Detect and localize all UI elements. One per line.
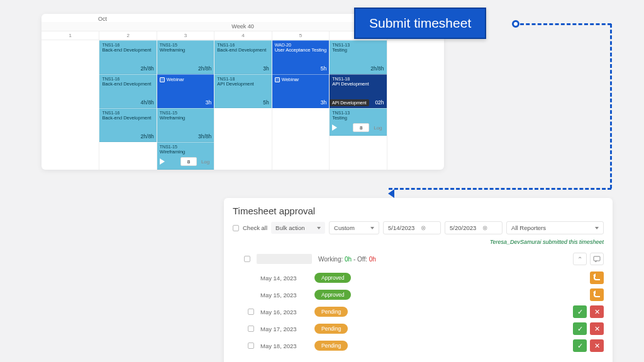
- check-all-label[interactable]: Check all: [243, 224, 267, 231]
- task-title: Wireframing: [160, 150, 211, 155]
- arrow-segment: [610, 24, 612, 189]
- task-hours: 3h: [321, 99, 326, 106]
- task-card[interactable]: TNS1-13TestingLog: [330, 108, 386, 136]
- play-icon[interactable]: [332, 122, 337, 133]
- log-hours-input[interactable]: [180, 157, 197, 166]
- log-button[interactable]: Log: [372, 125, 384, 131]
- task-title: Back-end Development: [217, 48, 269, 53]
- task-card[interactable]: TNS1-16Back-end Development4h/8h: [99, 74, 156, 108]
- task-card[interactable]: Webinar3h: [272, 74, 329, 108]
- row-actions: [590, 272, 604, 284]
- approval-day-row: May 16, 2023Pending✓✕: [248, 305, 604, 318]
- clear-icon[interactable]: ⊗: [482, 224, 487, 231]
- approve-button[interactable]: ✓: [573, 339, 587, 352]
- chevron-down-icon: [370, 227, 374, 229]
- off-label: - Off:: [353, 256, 369, 263]
- task-card[interactable]: TNS1-16Back-end Development3h: [214, 40, 271, 74]
- approval-card: Timesheet approval Check all Bulk action…: [224, 198, 613, 362]
- row-checkbox[interactable]: [248, 309, 254, 315]
- undo-button[interactable]: [590, 272, 604, 284]
- log-hours-input[interactable]: [353, 123, 369, 132]
- comment-button[interactable]: [590, 253, 604, 265]
- task-title: User Acceptance Testing: [275, 48, 326, 53]
- task-hours: 4h/8h: [141, 99, 154, 106]
- task-card[interactable]: TNS1-15Wireframing2h/8h: [157, 40, 214, 74]
- status-pill: Approved: [314, 290, 351, 300]
- row-actions: ✓✕: [573, 305, 604, 318]
- task-key: TNS1-18: [217, 77, 269, 81]
- play-icon[interactable]: [160, 156, 165, 167]
- working-label: Working:: [318, 256, 343, 263]
- task-key: TNS1-13: [332, 43, 384, 47]
- status-pill: Pending: [314, 341, 348, 351]
- row-date: May 15, 2023: [260, 292, 308, 299]
- task-card[interactable]: TNS1-15WireframingLog: [157, 142, 214, 170]
- task-card[interactable]: TNS1-15Wireframing3h/8h: [157, 108, 214, 142]
- task-title: Back-end Development: [102, 48, 153, 53]
- comment-icon: [593, 256, 601, 263]
- submitted-message: Teresa_DevSamurai submitted this timeshe…: [233, 239, 604, 245]
- calendar-icon: [160, 77, 165, 82]
- chevron-down-icon: [595, 227, 599, 229]
- task-title: Back-end Development: [102, 82, 153, 87]
- task-title: Webinar: [275, 77, 326, 83]
- summary-checkbox[interactable]: [244, 256, 250, 262]
- task-card[interactable]: TNS1-16Back-end Development2h/8h: [99, 40, 156, 74]
- task-title: Testing: [332, 116, 384, 121]
- row-date: May 16, 2023: [260, 309, 308, 315]
- date-from-input[interactable]: 5/14/2023⊗: [383, 221, 441, 234]
- reporter-select[interactable]: All Reporters: [506, 221, 604, 234]
- task-card[interactable]: Webinar3h: [157, 74, 214, 108]
- task-key: TNS1-16: [102, 111, 153, 115]
- approval-day-row: May 17, 2023Pending✓✕: [248, 322, 604, 335]
- approve-button[interactable]: ✓: [573, 305, 587, 318]
- task-hours: 2h/8h: [141, 133, 154, 140]
- task-title: Webinar: [160, 77, 211, 83]
- check-all-checkbox[interactable]: [233, 225, 239, 231]
- day-header: 4: [214, 31, 271, 40]
- task-hours: 5h: [263, 99, 269, 106]
- task-card[interactable]: TNS1-18API Development02hAPI Development: [330, 74, 386, 108]
- calendar-column: WAD-20User Acceptance Testing5hWebinar3h: [272, 40, 329, 170]
- chevron-down-icon: [317, 227, 321, 229]
- task-key: TNS1-18: [332, 77, 384, 81]
- row-actions: [590, 288, 604, 301]
- task-hours: 2h/8h: [198, 65, 211, 72]
- calendar-body: TNS1-16Back-end Development2h/8hTNS1-16B…: [42, 40, 444, 170]
- arrow-head-icon: [388, 189, 394, 198]
- summary-row: Working: 0h - Off: 0h ⌃: [233, 249, 604, 272]
- submit-timesheet-banner[interactable]: Submit timesheet: [354, 8, 486, 39]
- log-button[interactable]: Log: [199, 159, 211, 165]
- task-key: TNS1-16: [217, 43, 269, 47]
- approve-button[interactable]: ✓: [573, 322, 587, 335]
- reject-button[interactable]: ✕: [590, 305, 604, 318]
- range-select[interactable]: Custom: [329, 221, 379, 234]
- task-hours: 3h/8h: [198, 133, 211, 140]
- approval-title: Timesheet approval: [233, 206, 604, 216]
- status-pill: Approved: [314, 273, 351, 283]
- arrow-segment: [520, 23, 611, 25]
- reject-button[interactable]: ✕: [590, 322, 604, 335]
- bulk-action-select[interactable]: Bulk action: [271, 222, 325, 234]
- row-date: May 18, 2023: [260, 343, 308, 349]
- task-card[interactable]: TNS1-13Testing2h/8h: [330, 40, 386, 74]
- undo-button[interactable]: [590, 288, 604, 301]
- working-summary: Working: 0h - Off: 0h: [318, 256, 376, 263]
- range-label: Custom: [334, 224, 355, 231]
- task-title: Wireframing: [160, 116, 211, 121]
- row-checkbox[interactable]: [248, 326, 254, 332]
- collapse-button[interactable]: ⌃: [573, 253, 587, 265]
- approval-day-row: May 18, 2023Pending✓✕: [248, 339, 604, 352]
- reject-button[interactable]: ✕: [590, 339, 604, 352]
- clear-icon[interactable]: ⊗: [421, 224, 426, 231]
- date-to-input[interactable]: 5/20/2023⊗: [445, 221, 502, 234]
- calendar-column: [42, 40, 99, 170]
- task-card[interactable]: TNS1-16Back-end Development2h/8h: [99, 108, 156, 142]
- task-hours: 2h/8h: [141, 65, 154, 72]
- day-header: 3: [157, 31, 214, 40]
- task-card[interactable]: WAD-20User Acceptance Testing5h: [272, 40, 329, 74]
- row-checkbox[interactable]: [248, 343, 254, 349]
- task-card[interactable]: TNS1-18API Development5h: [214, 74, 271, 108]
- day-header: 5: [272, 31, 329, 40]
- task-hours: 2h/8h: [370, 65, 384, 72]
